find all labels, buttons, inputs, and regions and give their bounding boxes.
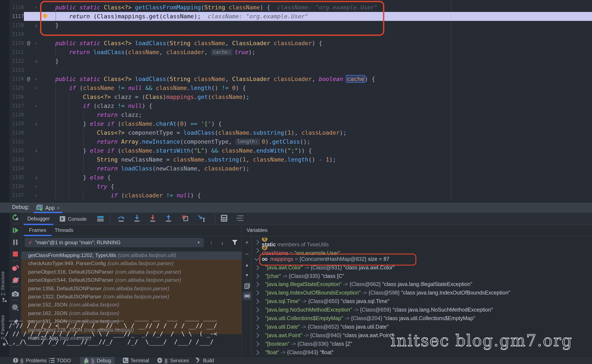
statusbar-item-debug[interactable]: 5: Debug [80, 357, 114, 364]
code-line-1136[interactable]: 1136▿ try { [0, 182, 592, 191]
tab-console[interactable]: Console [60, 213, 86, 225]
code-line-1121[interactable]: 1121 return loadClass(className, classLo… [0, 48, 592, 57]
fold-marker-icon[interactable]: ⌂ [33, 173, 39, 182]
statusbar-item-todo[interactable]: TODO [46, 357, 74, 364]
annotation-gutter-icon: @ [24, 39, 33, 48]
step-over-icon[interactable] [118, 215, 125, 222]
variable-row[interactable]: "java.lang.IllegalStateException" -> {Cl… [252, 280, 592, 289]
code-line-1129[interactable]: 1129⌂ } else if (className.charAt(0) == … [0, 119, 592, 128]
fold-marker-icon[interactable]: ▿ [33, 84, 39, 92]
fold-marker-icon[interactable]: ⌂ [33, 21, 39, 30]
mute-breakpoints-icon[interactable] [12, 277, 19, 283]
variable-row[interactable]: "[char" -> {Class@335} "class [C" [252, 272, 592, 280]
next-frame-icon[interactable]: ↓ [221, 240, 224, 246]
tab-debugger[interactable]: Debugger [27, 213, 50, 225]
frame-row[interactable]: parseObject:544, DefaultJSONParser(com.a… [21, 276, 241, 285]
pause-icon[interactable] [12, 239, 19, 246]
evaluate-expression-icon[interactable] [221, 215, 227, 222]
chevron-right-icon[interactable] [254, 333, 259, 338]
chevron-down-icon[interactable] [254, 256, 259, 261]
code-text: } else if (className.startsWith("L") && … [39, 146, 592, 155]
rerun-icon[interactable] [12, 214, 19, 221]
code-line-1137[interactable]: 1137▿ if (classLoader != null) { [0, 191, 592, 200]
drop-frame-icon[interactable] [182, 215, 189, 222]
filter-icon[interactable] [232, 240, 237, 245]
code-line-1126[interactable]: 1126 Class<?> clazz = (Class)mappings.ge… [0, 92, 592, 101]
code-line-1120[interactable]: 1120@▿ public static Class<?> loadClass(… [0, 39, 592, 48]
code-line-1128[interactable]: 1128 return clazz; [0, 110, 592, 119]
fold-marker-icon[interactable]: ▿ [33, 3, 39, 12]
code-line-1122[interactable]: 1122⌂ } [0, 57, 592, 66]
variable-row[interactable]: "java.util.Date" -> {Class@652} "class j… [252, 323, 592, 331]
chevron-right-icon[interactable] [254, 274, 259, 279]
fold-marker-icon[interactable]: ▿ [33, 191, 39, 200]
tab-threads[interactable]: Threads [55, 225, 73, 236]
fold-marker-icon[interactable]: ⌂ [33, 57, 39, 66]
line-number: 1122 [9, 57, 24, 66]
run-to-cursor-icon[interactable] [198, 215, 205, 222]
chevron-right-icon[interactable] [254, 325, 259, 330]
code-line-1134[interactable]: 1134 return loadClass(newClassName, clas… [0, 164, 592, 173]
thread-selector[interactable]: ✓ "main"@1 in group "main": RUNNING ▼ [25, 238, 204, 247]
code-line-1132[interactable]: 1132⌂ } else if (className.startsWith("L… [0, 146, 592, 155]
step-into-icon[interactable] [134, 215, 140, 222]
tab-frames[interactable]: Frames [29, 225, 46, 236]
chevron-right-icon[interactable] [254, 248, 259, 253]
code-line-1130[interactable]: 1130 Class<?> componentType = loadClass(… [0, 128, 592, 137]
chevron-right-icon[interactable] [254, 240, 259, 245]
fold-marker-icon[interactable]: ▿ [33, 75, 39, 84]
frame-row[interactable]: checkAutoType:949, ParserConfig(com.alib… [21, 260, 241, 268]
resume-icon[interactable] [12, 227, 19, 234]
frame-row[interactable]: parseObject:316, DefaultJSONParser(com.a… [21, 268, 241, 276]
view-breakpoints-icon[interactable] [12, 265, 19, 272]
prev-frame-icon[interactable]: ↑ [210, 240, 213, 246]
close-icon[interactable]: × [57, 205, 60, 211]
fold-marker-icon[interactable]: ⌂ [33, 146, 39, 155]
statusbar-item-problems[interactable]: 6: Problems [9, 357, 50, 364]
frame-row[interactable]: parse:1356, DefaultJSONParser(com.alibab… [21, 285, 241, 293]
code-line-1124[interactable]: 1124@▿ public static Class<?> loadClass(… [0, 75, 592, 84]
mute-renderers-icon[interactable] [97, 216, 104, 222]
fold-marker-icon[interactable]: ▿ [33, 101, 39, 110]
frame-package: (com.alibaba.fastjson) [69, 302, 119, 308]
statusbar-item-services[interactable]: 8: Services [154, 357, 192, 364]
chevron-right-icon[interactable] [254, 265, 259, 270]
variable-row[interactable]: "java.sql.Time" -> {Class@650} "class ja… [252, 297, 592, 306]
frame-row[interactable]: parse:152, JSON(com.alibaba.fastjson) [21, 301, 241, 309]
variable-row[interactable]: "java.util.Collections$EmptyMap" -> {Cla… [252, 314, 592, 323]
camera-icon[interactable] [12, 290, 19, 297]
step-out-icon[interactable] [165, 215, 171, 222]
statusbar-item-build[interactable]: Build [192, 357, 217, 364]
code-editor[interactable]: 1116▿ public static Class<?> getClassFro… [0, 0, 592, 202]
chevron-right-icon[interactable] [254, 291, 259, 295]
chevron-right-icon[interactable] [254, 307, 259, 312]
code-line-1135[interactable]: 1135⌂ } else { [0, 173, 592, 182]
chevron-right-icon[interactable] [254, 299, 259, 304]
variable-row[interactable]: "java.lang.IndexOutOfBoundsException" ->… [252, 289, 592, 297]
force-step-into-icon[interactable] [150, 215, 156, 222]
code-line-1125[interactable]: 1125▿ if (className != null && className… [0, 84, 592, 92]
code-line-1123[interactable]: 1123 [0, 66, 592, 75]
chevron-right-icon[interactable] [254, 316, 259, 321]
statusbar-item-terminal[interactable]: Terminal [119, 357, 152, 364]
fold-marker-icon[interactable]: ▿ [33, 39, 39, 48]
fold-marker-icon[interactable]: ⌂ [33, 119, 39, 128]
code-line-1133[interactable]: 1133 String newClassName = className.sub… [0, 155, 592, 164]
chevron-right-icon[interactable] [254, 341, 259, 346]
session-tab-app[interactable]: App × [34, 202, 62, 213]
line-number: 1123 [9, 66, 24, 75]
chevron-right-icon[interactable] [254, 350, 259, 355]
code-line-1131[interactable]: 1131 return Array.newInstance(componentT… [0, 137, 592, 146]
layout-settings-icon[interactable] [236, 215, 243, 221]
code-line-1127[interactable]: 1127▿ if (clazz != null) { [0, 101, 592, 110]
frame-row[interactable]: getClassFromMapping:1202, TypeUtils(com.… [21, 252, 241, 260]
fold-marker-icon[interactable]: ▿ [33, 182, 39, 191]
gutter-spacer [33, 137, 39, 146]
chevron-right-icon[interactable] [254, 282, 259, 287]
stop-icon[interactable] [12, 251, 19, 257]
variable-row[interactable]: sstatic members of TypeUtils [252, 238, 592, 246]
settings-gear-icon[interactable] [12, 304, 19, 311]
variable-row[interactable]: "java.lang.NoSuchMethodException" -> {Cl… [252, 306, 592, 314]
frame-row[interactable]: parse:1322, DefaultJSONParser(com.alibab… [21, 293, 241, 301]
variable-segment: {Class@335} [289, 273, 320, 279]
